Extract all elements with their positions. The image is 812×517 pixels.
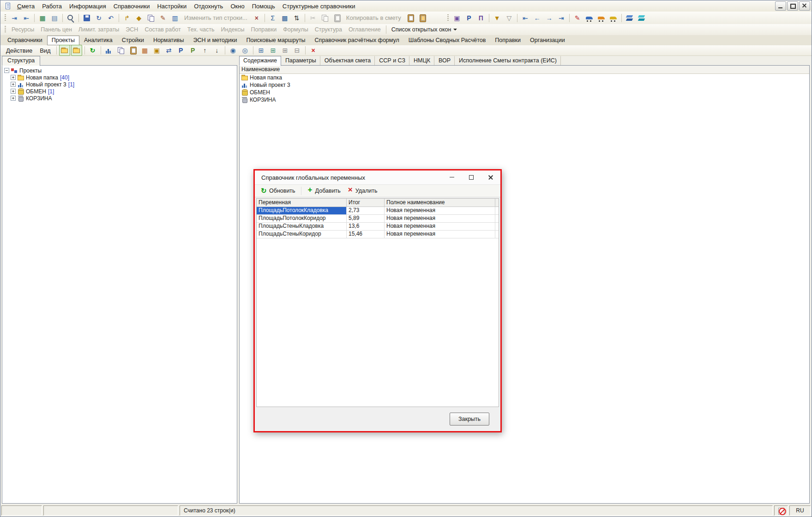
- outdent-icon[interactable]: ←: [532, 12, 543, 24]
- menu-informaciya[interactable]: Информация: [66, 1, 110, 11]
- rows-updown-icon[interactable]: ⇅: [291, 12, 302, 24]
- add-button[interactable]: Добавить: [304, 187, 344, 195]
- compare-icon[interactable]: ⊟: [292, 45, 303, 56]
- paste-special-icon[interactable]: [405, 12, 416, 24]
- rtab-vor[interactable]: ВОР: [434, 56, 455, 66]
- tab-raschetnye-formuly[interactable]: Справочник расчётных формул: [310, 36, 404, 45]
- move-up-icon[interactable]: ↑: [199, 45, 211, 56]
- tab-popravki[interactable]: Поправки: [490, 36, 525, 45]
- tree-item-novyy-proekt-3[interactable]: Новый проект 3 [1]: [2, 81, 237, 88]
- doc-export-icon[interactable]: ↱: [121, 12, 132, 24]
- open-windows-dropdown[interactable]: Список открытых окон: [388, 25, 461, 34]
- maximize-button[interactable]: [787, 1, 798, 11]
- doc-edit-icon[interactable]: ✎: [157, 12, 168, 24]
- undo-icon[interactable]: ↶: [105, 12, 116, 24]
- truck-orange-icon[interactable]: [596, 12, 607, 24]
- expander-icon[interactable]: [11, 82, 16, 87]
- tree-item-novaya-papka[interactable]: Новая папка [40]: [2, 74, 237, 81]
- rtab-soderzhanie[interactable]: Содержание: [239, 56, 281, 66]
- rtab-ssr-i-sz[interactable]: ССР и СЗ: [375, 56, 409, 66]
- doc-import-icon[interactable]: P: [175, 45, 186, 56]
- doc-settings-icon[interactable]: ◆: [133, 12, 144, 24]
- variable-row-ploshchad-steny-koridor[interactable]: ПлощадьСтеныКоридор 15,46 Новая переменн…: [257, 231, 499, 238]
- minimize-button[interactable]: [775, 1, 786, 11]
- clear-row-type-icon[interactable]: ×: [251, 12, 262, 24]
- flag1-icon[interactable]: ⊞: [256, 45, 267, 56]
- doc-export2-icon[interactable]: P: [187, 45, 198, 56]
- menu-okno[interactable]: Окно: [227, 1, 248, 11]
- doc-copy-icon[interactable]: [145, 12, 156, 24]
- indent-icon[interactable]: →: [544, 12, 555, 24]
- list-item-novyy-proekt-3[interactable]: Новый проект 3: [240, 81, 809, 89]
- dialog-close-icon[interactable]: [481, 170, 500, 184]
- search-icon[interactable]: [65, 12, 76, 24]
- structure-copy-icon[interactable]: [115, 45, 126, 56]
- menu-strukturnye-spravochniki[interactable]: Структурные справочники: [279, 1, 359, 11]
- variable-row-ploshchad-steny-kladovka[interactable]: ПлощадьСтеныКладовка 13,6 Новая переменн…: [257, 223, 499, 231]
- columns-chart-icon[interactable]: [103, 45, 114, 56]
- flag2-icon[interactable]: ⊞: [268, 45, 279, 56]
- book-columns-icon[interactable]: ▥: [169, 12, 180, 24]
- refresh-button[interactable]: Обновить: [258, 187, 299, 195]
- expander-icon[interactable]: [11, 75, 16, 80]
- rtab-nmck[interactable]: НМЦК: [409, 56, 434, 66]
- car-yellow-icon[interactable]: [608, 12, 619, 24]
- layers-blue-icon[interactable]: [624, 12, 635, 24]
- close-button[interactable]: [799, 1, 810, 11]
- indent-last-icon[interactable]: ⇥: [556, 12, 567, 24]
- filter-clear-icon[interactable]: ▽: [504, 12, 515, 24]
- menu-vid[interactable]: Вид: [36, 46, 54, 55]
- report-grid-icon[interactable]: ▤: [49, 12, 60, 24]
- outdent-first-icon[interactable]: ⇤: [520, 12, 531, 24]
- expander-icon[interactable]: [11, 89, 16, 94]
- close-view-icon[interactable]: ×: [308, 45, 319, 56]
- paste-from-buffer-icon[interactable]: [417, 12, 428, 24]
- variable-row-ploshchad-potolok-kladovka[interactable]: ПлощадьПотолокКладовка 2,73 Новая переме…: [257, 207, 499, 215]
- tree-item-korzina[interactable]: КОРЗИНА: [2, 95, 237, 102]
- tab-struktura[interactable]: Структура: [2, 56, 40, 66]
- rtab-obektnaya-smeta[interactable]: Объектная смета: [320, 56, 375, 66]
- expander-icon[interactable]: [11, 96, 16, 101]
- tab-analitika[interactable]: Аналитика: [79, 36, 117, 45]
- totals-icon[interactable]: Σ: [267, 12, 278, 24]
- level-down-icon[interactable]: ⇥: [9, 12, 20, 24]
- sign-icon[interactable]: ✎: [572, 12, 583, 24]
- flag3-icon[interactable]: ⊞: [280, 45, 291, 56]
- estimate-book-icon[interactable]: ▣: [151, 45, 162, 56]
- menu-nastroyki[interactable]: Настройки: [153, 1, 190, 11]
- dialog-minimize-button[interactable]: [442, 170, 462, 184]
- app-icon[interactable]: [4, 2, 12, 10]
- delete-button[interactable]: Удалить: [344, 187, 381, 195]
- folder-new-icon[interactable]: [59, 45, 70, 56]
- layers-cyan-icon[interactable]: [636, 12, 647, 24]
- tab-esn-i-metodiki[interactable]: ЭСН и методики: [188, 36, 241, 45]
- language-indicator[interactable]: RU: [789, 505, 811, 516]
- tab-shablony-svodnyh[interactable]: Шаблоны Сводных Расчётов: [404, 36, 491, 45]
- menu-rabota[interactable]: Работа: [38, 1, 66, 11]
- rtab-parametry[interactable]: Параметры: [281, 56, 320, 66]
- tree-item-obmen[interactable]: ОБМЕН [1]: [2, 88, 237, 95]
- price-book-icon[interactable]: ▣: [451, 12, 463, 24]
- car-blue-icon[interactable]: [584, 12, 595, 24]
- column-polnoe-naimenovanie[interactable]: Полное наименование: [385, 199, 495, 207]
- tab-poiskovye-marshruty[interactable]: Поисковые маршруты: [242, 36, 310, 45]
- tab-normativy[interactable]: Нормативы: [149, 36, 189, 45]
- tree-root-projects[interactable]: Проекты: [2, 67, 237, 74]
- structure-paste-icon[interactable]: [127, 45, 138, 56]
- doc-flag-violet-icon[interactable]: П: [475, 12, 487, 24]
- swap-items-icon[interactable]: ⇄: [163, 45, 174, 56]
- menu-otdohnut[interactable]: Отдохнуть: [190, 1, 227, 11]
- tab-organizacii[interactable]: Организации: [525, 36, 570, 45]
- excel-grid-icon[interactable]: ▦: [37, 12, 48, 24]
- menu-spravochniki[interactable]: Справочники: [110, 1, 154, 11]
- close-button[interactable]: Закрыть: [450, 413, 489, 426]
- menu-pomosch[interactable]: Помощь: [248, 1, 279, 11]
- recalc-icon[interactable]: ▩: [279, 12, 290, 24]
- column-peremennaya[interactable]: Переменная: [257, 199, 347, 207]
- tab-stroyki[interactable]: Стройки: [117, 36, 149, 45]
- level-up-icon[interactable]: ⇤: [21, 12, 32, 24]
- filter-set-icon[interactable]: ▼: [492, 12, 503, 24]
- menu-smeta[interactable]: Смета: [13, 1, 38, 11]
- column-header-naimenovanie[interactable]: Наименование: [240, 66, 809, 74]
- rtab-ispolnenie-smety-eis[interactable]: Исполнение Сметы контракта (ЕИС): [455, 56, 561, 66]
